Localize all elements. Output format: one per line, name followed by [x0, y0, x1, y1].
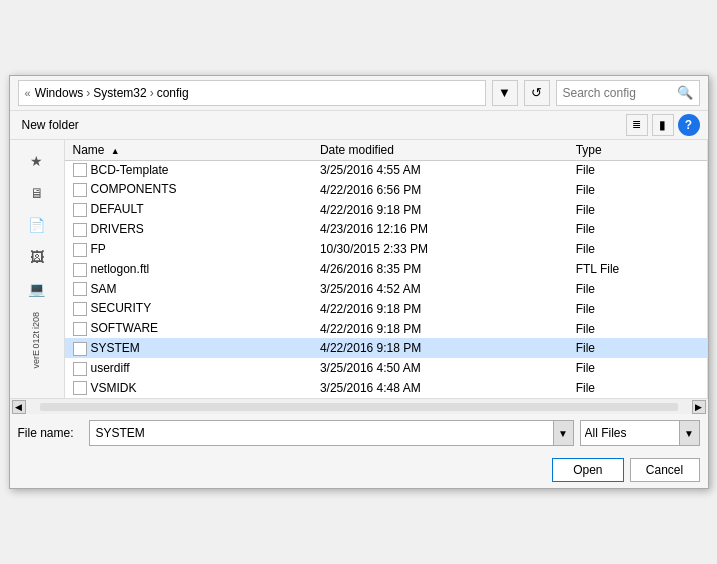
file-name-cell: BCD-Template — [65, 160, 312, 180]
help-button[interactable]: ? — [678, 114, 700, 136]
open-button[interactable]: Open — [552, 458, 623, 482]
toolbar: « Windows › System32 › config ▼ ↺ 🔍 — [10, 76, 708, 111]
sidebar-item-recent[interactable]: ★ — [22, 148, 52, 174]
file-type-cell: File — [568, 338, 691, 358]
view-large-icons-button[interactable]: ▮ — [652, 114, 674, 136]
search-input[interactable] — [563, 86, 673, 100]
file-icon — [73, 223, 87, 237]
filetype-dropdown-icon: ▼ — [679, 421, 699, 445]
filename-input-wrap: ▼ — [89, 420, 574, 446]
table-row[interactable]: BCD-Template 3/25/2016 4:55 AM File — [65, 160, 707, 180]
table-row[interactable]: SYSTEM 4/22/2016 9:18 PM File — [65, 338, 707, 358]
file-icon — [73, 282, 87, 296]
sidebar-item-desktop[interactable]: 🖥 — [22, 180, 52, 206]
breadcrumb-config: config — [157, 86, 189, 100]
table-row[interactable]: SECURITY 4/22/2016 9:18 PM File — [65, 299, 707, 319]
file-date-cell: 4/22/2016 9:18 PM — [312, 338, 568, 358]
filename-label: File name: — [18, 426, 83, 440]
col-header-name[interactable]: Name ▲ — [65, 140, 312, 161]
sidebar-label-012: 012t — [31, 331, 42, 349]
breadcrumb-system32: System32 — [93, 86, 146, 100]
new-folder-button[interactable]: New folder — [18, 116, 83, 134]
hscroll-track — [40, 403, 678, 411]
action-bar: New folder ≣ ▮ ? — [10, 111, 708, 140]
breadcrumb-sep-2: › — [150, 86, 154, 100]
file-icon — [73, 243, 87, 257]
file-type-cell: File — [568, 319, 691, 339]
file-date-cell: 3/25/2016 4:55 AM — [312, 160, 568, 180]
sidebar-label-vere: verE — [31, 350, 42, 369]
file-name-cell: FP — [65, 239, 312, 259]
file-icon — [73, 322, 87, 336]
hscroll-right-button[interactable]: ▶ — [692, 400, 706, 414]
file-name-cell: SAM — [65, 279, 312, 299]
search-icon: 🔍 — [677, 85, 693, 100]
file-type-cell: File — [568, 299, 691, 319]
filename-dropdown-button[interactable]: ▼ — [553, 421, 573, 445]
sidebar-item-documents[interactable]: 📄 — [22, 212, 52, 238]
file-date-cell: 3/25/2016 4:50 AM — [312, 358, 568, 378]
table-row[interactable]: netlogon.ftl 4/26/2016 8:35 PM FTL File — [65, 259, 707, 279]
sidebar: ★ 🖥 📄 🖼 💻 i208 012t verE — [10, 140, 65, 399]
file-date-cell: 3/25/2016 4:48 AM — [312, 378, 568, 398]
filename-row: File name: ▼ All FilesRegistry FilesText… — [10, 414, 708, 452]
table-row[interactable]: SOFTWARE 4/22/2016 9:18 PM File — [65, 319, 707, 339]
file-type-cell: File — [568, 220, 691, 240]
file-type-cell: File — [568, 358, 691, 378]
file-date-cell: 4/23/2016 12:16 PM — [312, 220, 568, 240]
sidebar-item-pictures[interactable]: 🖼 — [22, 244, 52, 270]
col-header-date[interactable]: Date modified — [312, 140, 568, 161]
breadcrumb[interactable]: « Windows › System32 › config — [18, 80, 486, 106]
dropdown-button[interactable]: ▼ — [492, 80, 518, 106]
filename-input[interactable] — [90, 426, 553, 440]
file-icon — [73, 302, 87, 316]
sidebar-item-computer[interactable]: 💻 — [22, 276, 52, 302]
table-row[interactable]: DRIVERS 4/23/2016 12:16 PM File — [65, 220, 707, 240]
table-row[interactable]: userdiff 3/25/2016 4:50 AM File — [65, 358, 707, 378]
file-name-cell: SOFTWARE — [65, 319, 312, 339]
file-name-cell: SYSTEM — [65, 338, 312, 358]
file-list: Name ▲ Date modified Type BCD-Template 3… — [65, 140, 708, 399]
file-name-cell: DRIVERS — [65, 220, 312, 240]
search-area: 🔍 — [556, 80, 700, 106]
file-name-cell: SECURITY — [65, 299, 312, 319]
col-header-scroll — [691, 140, 707, 161]
file-date-cell: 10/30/2015 2:33 PM — [312, 239, 568, 259]
file-type-cell: FTL File — [568, 259, 691, 279]
buttons-row: Open Cancel — [10, 452, 708, 488]
file-date-cell: 4/22/2016 9:18 PM — [312, 299, 568, 319]
view-details-button[interactable]: ≣ — [626, 114, 648, 136]
file-name-cell: VSMIDK — [65, 378, 312, 398]
main-content: ★ 🖥 📄 🖼 💻 i208 012t verE Name ▲ — [10, 140, 708, 399]
breadcrumb-separator: « — [25, 87, 31, 99]
action-left: New folder — [18, 116, 83, 134]
file-icon — [73, 263, 87, 277]
file-date-cell: 4/22/2016 9:18 PM — [312, 200, 568, 220]
refresh-button[interactable]: ↺ — [524, 80, 550, 106]
col-header-type[interactable]: Type — [568, 140, 691, 161]
file-icon — [73, 163, 87, 177]
table-row[interactable]: COMPONENTS 4/22/2016 6:56 PM File — [65, 180, 707, 200]
file-type-cell: File — [568, 378, 691, 398]
file-icon — [73, 362, 87, 376]
table-row[interactable]: VSMIDK 3/25/2016 4:48 AM File — [65, 378, 707, 398]
table-row[interactable]: SAM 3/25/2016 4:52 AM File — [65, 279, 707, 299]
filetype-select-wrap: All FilesRegistry FilesText Files ▼ — [580, 420, 700, 446]
filetype-select[interactable]: All FilesRegistry FilesText Files — [581, 426, 679, 440]
file-date-cell: 4/22/2016 6:56 PM — [312, 180, 568, 200]
file-table: Name ▲ Date modified Type BCD-Template 3… — [65, 140, 707, 399]
file-type-cell: File — [568, 180, 691, 200]
file-name-cell: netlogon.ftl — [65, 259, 312, 279]
file-date-cell: 4/22/2016 9:18 PM — [312, 319, 568, 339]
file-name-cell: userdiff — [65, 358, 312, 378]
table-row[interactable]: DEFAULT 4/22/2016 9:18 PM File — [65, 200, 707, 220]
sort-arrow-name: ▲ — [111, 146, 120, 156]
cancel-button[interactable]: Cancel — [630, 458, 700, 482]
hscroll-left-button[interactable]: ◀ — [12, 400, 26, 414]
file-type-cell: File — [568, 200, 691, 220]
table-row[interactable]: FP 10/30/2015 2:33 PM File — [65, 239, 707, 259]
file-open-dialog: « Windows › System32 › config ▼ ↺ 🔍 New … — [9, 75, 709, 490]
breadcrumb-sep-1: › — [86, 86, 90, 100]
horizontal-scrollbar[interactable]: ◀ ▶ — [10, 398, 708, 414]
action-right: ≣ ▮ ? — [626, 114, 700, 136]
